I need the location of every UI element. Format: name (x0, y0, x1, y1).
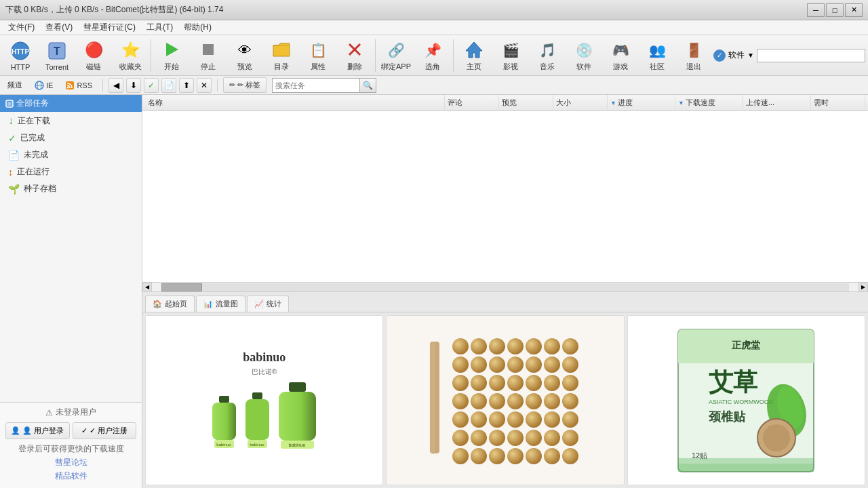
toolbar-community[interactable]: 👥 社区 (639, 37, 675, 74)
software-link[interactable]: 精品软件 (5, 470, 136, 482)
ad-babinuo[interactable]: babinuo 巴比诺® (145, 315, 383, 485)
sidebar-seed[interactable]: 🌱 种子存档 (0, 180, 142, 197)
tab-traffic[interactable]: 📊 流量图 (196, 296, 245, 312)
svg-text:⭐: ⭐ (121, 41, 140, 59)
menu-passport[interactable]: 彗星通行证(C) (78, 20, 141, 35)
sidebar-incomplete[interactable]: 📄 未完成 (0, 146, 142, 163)
minimize-button[interactable]: ─ (807, 3, 825, 17)
moxi-stick-svg (425, 342, 445, 457)
col-header-speed: ▼ 下载速度 (675, 95, 743, 111)
svg-text:🔴: 🔴 (85, 41, 104, 59)
sidebar-all-tasks[interactable]: 全部任务 (0, 95, 142, 112)
babinuo-products: babinuo babinuo (209, 382, 319, 450)
sidebar-completed[interactable]: ✓ 已完成 (0, 129, 142, 146)
tag-button[interactable]: ✏ ✏ 标签 (223, 77, 267, 93)
ad-herb-inner: 正虎堂 艾草 ASIATIC WORMWOOD 颈椎贴 (628, 316, 865, 485)
ad-moxibustion[interactable] (386, 315, 624, 485)
toolbar-http[interactable]: HTTP HTTP (3, 37, 38, 74)
table-body (142, 111, 868, 282)
col-header-upspeed: 上传速... (743, 95, 811, 111)
magnet-label: 磁链 (86, 62, 101, 72)
svg-point-60 (452, 375, 469, 391)
svg-point-87 (562, 430, 578, 446)
toolbar-bind[interactable]: 🔗 绑定APP (378, 37, 414, 74)
svg-point-66 (562, 375, 578, 391)
dir-icon (271, 39, 292, 60)
svg-point-46 (452, 338, 469, 354)
toolbar-magnet[interactable]: 🔴 磁链 (76, 37, 111, 74)
nav-doc-button[interactable]: 📄 (161, 78, 176, 93)
maximize-button[interactable]: □ (826, 3, 844, 17)
content-area: 名称 评论 预览 大小 ▼ 进度 ▼ 下载速度 上传速... (142, 95, 868, 488)
toolbar-game[interactable]: 🎮 游戏 (603, 37, 638, 74)
close-button[interactable]: ✕ (845, 3, 863, 17)
scroll-track[interactable] (161, 283, 849, 291)
software-icon: 💿 (573, 39, 595, 60)
menu-file[interactable]: 文件(F) (3, 20, 40, 35)
toolbar-select[interactable]: 📌 选角 (415, 37, 450, 74)
channel-button[interactable]: 频道 (3, 77, 27, 93)
delete-label: 删除 (347, 62, 362, 72)
toolbar-home[interactable]: 主页 (456, 37, 492, 74)
ie-button[interactable]: IE (30, 78, 58, 93)
toolbar-stop[interactable]: 停止 (191, 37, 226, 74)
svg-point-93 (544, 448, 560, 464)
main-layout: 全部任务 ↓ 正在下载 ✓ 已完成 📄 未完成 ↕ 正在运行 (0, 95, 868, 488)
svg-rect-24 (66, 81, 74, 89)
toolbar-prop[interactable]: 📋 属性 (300, 37, 336, 74)
tag-label: ✏ 标签 (237, 80, 260, 90)
ad-herb-patch[interactable]: 正虎堂 艾草 ASIATIC WORMWOOD 颈椎贴 (627, 315, 865, 485)
rss-button[interactable]: RSS (60, 78, 97, 93)
scroll-right-button[interactable]: ▶ (859, 283, 868, 292)
toolbar-movie[interactable]: 🎬 影视 (493, 37, 528, 74)
scroll-left-button[interactable]: ◀ (142, 283, 152, 292)
tab-stats[interactable]: 📈 统计 (247, 296, 289, 312)
sidebar-downloading[interactable]: ↓ 正在下载 (0, 112, 142, 129)
nav-check-button[interactable]: ✓ (144, 78, 159, 93)
toolbar-preview[interactable]: 👁 预览 (227, 37, 262, 74)
nav-up-button[interactable]: ⬆ (179, 78, 194, 93)
svg-point-71 (526, 393, 542, 409)
search-input[interactable] (272, 78, 360, 93)
scroll-thumb[interactable] (161, 283, 202, 291)
h-scrollbar[interactable]: ◀ ▶ (142, 282, 868, 291)
toolbar-exit[interactable]: 🚪 退出 (676, 37, 711, 74)
toolbar-software[interactable]: 💿 软件 (566, 37, 601, 74)
toolbar-dir[interactable]: 目录 (264, 37, 299, 74)
toolbar-collect[interactable]: ⭐ 收藏夹 (113, 37, 148, 74)
svg-text:babinuo: babinuo (216, 443, 231, 447)
forum-link[interactable]: 彗星论坛 (5, 457, 136, 468)
babinuo-logo: babinuo (243, 350, 285, 365)
tab-home[interactable]: 🏠 起始页 (145, 296, 195, 312)
toolbar-delete[interactable]: 删除 (337, 37, 372, 74)
svg-text:babinuo: babinuo (250, 443, 264, 447)
rss-icon (65, 81, 75, 90)
nav-back-button[interactable]: ◀ (108, 78, 123, 93)
svg-point-49 (507, 338, 524, 354)
login-button[interactable]: 👤 👤 用户登录 (5, 422, 70, 439)
menu-view[interactable]: 查看(V) (40, 20, 78, 35)
speed-down-arrow: ▼ (678, 100, 684, 106)
register-button[interactable]: ✓ ✓ 用户注册 (73, 422, 137, 439)
http-label: HTTP (11, 63, 31, 71)
app-dropdown-icon[interactable]: ▼ (747, 52, 754, 59)
toolbar-start[interactable]: 开始 (154, 37, 189, 74)
menu-help[interactable]: 帮助(H) (178, 20, 217, 35)
sidebar-running[interactable]: ↕ 正在运行 (0, 163, 142, 180)
nav-down-button[interactable]: ⬇ (126, 78, 141, 93)
seed-icon: 🌱 (8, 184, 20, 195)
search-icon: 🔍 (363, 81, 373, 90)
svg-text:🎮: 🎮 (612, 42, 629, 58)
svg-text:🚪: 🚪 (686, 42, 703, 58)
svg-rect-36 (245, 399, 269, 440)
toolbar-torrent[interactable]: T Torrent (39, 37, 75, 74)
nav-cancel-button[interactable]: ✕ (197, 78, 212, 93)
svg-point-64 (526, 375, 542, 391)
channel-label: 频道 (7, 80, 22, 90)
search-button[interactable]: 🔍 (360, 78, 376, 93)
menu-tools[interactable]: 工具(T) (141, 20, 178, 35)
svg-rect-30 (219, 396, 229, 403)
toolbar-music[interactable]: 🎵 音乐 (530, 37, 565, 74)
svg-point-92 (526, 448, 542, 464)
svg-point-62 (489, 375, 505, 391)
